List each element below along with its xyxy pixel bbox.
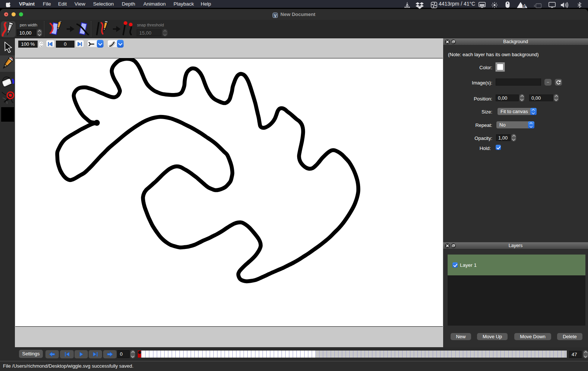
svg-text:M: M <box>522 4 526 9</box>
